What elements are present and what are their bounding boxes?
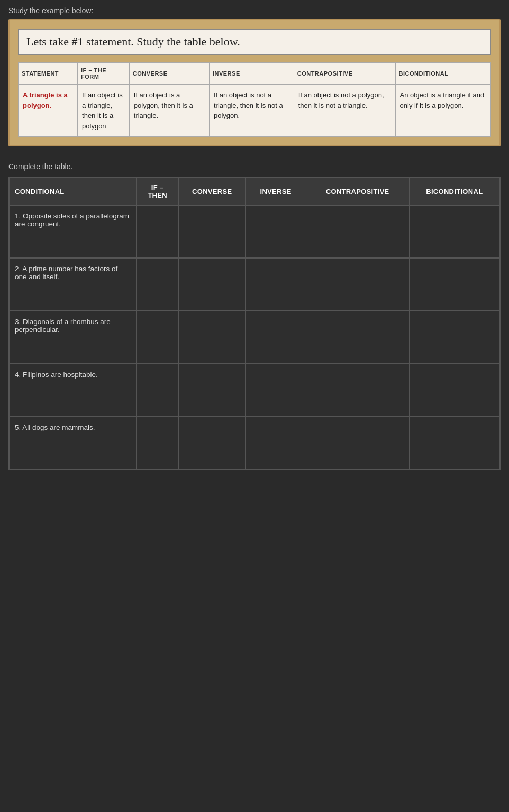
header-converse: CONVERSE (179, 178, 246, 205)
inverse-cell-3 (246, 311, 306, 364)
example-header-inverse: INVERSE (209, 63, 294, 85)
example-biconditional: An object is a triangle if and only if i… (395, 85, 490, 137)
header-contrapositive: CONTRAPOSITIVE (306, 178, 409, 205)
contrapositive-cell-4 (306, 364, 409, 417)
biconditional-cell-4 (409, 364, 500, 417)
inverse-cell-4 (246, 364, 306, 417)
converse-cell-4 (179, 364, 246, 417)
example-table: STATEMENT IF – THE FORM CONVERSE INVERSE… (18, 62, 491, 137)
table-row: 4. Filipinos are hospitable. (9, 364, 500, 417)
header-inverse: INVERSE (246, 178, 306, 205)
contrapositive-cell-5 (306, 417, 409, 469)
inverse-cell-1 (246, 205, 306, 258)
converse-cell-1 (179, 205, 246, 258)
converse-cell-3 (179, 311, 246, 364)
conditional-cell-4: 4. Filipinos are hospitable. (9, 364, 137, 417)
if-then-cell-5 (137, 417, 179, 469)
example-header-contrapositive: CONTRAPOSITIVE (294, 63, 395, 85)
complete-table: CONDITIONAL IF –THEN CONVERSE INVERSE CO… (8, 177, 501, 470)
inverse-cell-2 (246, 258, 306, 311)
if-then-cell-4 (137, 364, 179, 417)
study-section: Study the example below: Lets take #1 st… (0, 0, 509, 146)
inverse-cell-5 (246, 417, 306, 469)
conditional-cell-1: 1. Opposite sides of a parallelogram are… (9, 205, 137, 258)
header-biconditional: BICONDITIONAL (409, 178, 500, 205)
converse-cell-2 (179, 258, 246, 311)
if-then-cell-2 (137, 258, 179, 311)
example-title: Lets take #1 statement. Study the table … (18, 29, 491, 55)
biconditional-cell-2 (409, 258, 500, 311)
biconditional-cell-1 (409, 205, 500, 258)
example-header-statement: STATEMENT (19, 63, 78, 85)
example-header-biconditional: BICONDITIONAL (395, 63, 490, 85)
study-label: Study the example below: (8, 6, 501, 15)
conditional-cell-2: 2. A prime number has factors of one and… (9, 258, 137, 311)
example-contrapositive: If an object is not a polygon, then it i… (294, 85, 395, 137)
example-inverse: If an object is not a triangle, then it … (209, 85, 294, 137)
header-conditional: CONDITIONAL (9, 178, 137, 205)
example-statement: A triangle is a polygon. (19, 85, 78, 137)
biconditional-cell-3 (409, 311, 500, 364)
if-then-cell-3 (137, 311, 179, 364)
biconditional-cell-5 (409, 417, 500, 469)
conditional-cell-5: 5. All dogs are mammals. (9, 417, 137, 469)
table-row: 3. Diagonals of a rhombus are perpendicu… (9, 311, 500, 364)
complete-section: Complete the table. CONDITIONAL IF –THEN… (0, 146, 509, 478)
example-if-form: If an object is a triangle,then it is ap… (78, 85, 130, 137)
contrapositive-cell-3 (306, 311, 409, 364)
complete-label: Complete the table. (8, 162, 501, 171)
table-row: 1. Opposite sides of a parallelogram are… (9, 205, 500, 258)
converse-cell-5 (179, 417, 246, 469)
example-header-if-form: IF – THE FORM (78, 63, 130, 85)
example-header-converse: CONVERSE (129, 63, 209, 85)
conditional-cell-3: 3. Diagonals of a rhombus are perpendicu… (9, 311, 137, 364)
table-row: 5. All dogs are mammals. (9, 417, 500, 469)
example-converse: If an object is a polygon, then it is a … (129, 85, 209, 137)
example-box: Lets take #1 statement. Study the table … (8, 19, 501, 146)
contrapositive-cell-2 (306, 258, 409, 311)
header-if-then: IF –THEN (137, 178, 179, 205)
contrapositive-cell-1 (306, 205, 409, 258)
table-row: 2. A prime number has factors of one and… (9, 258, 500, 311)
if-then-cell-1 (137, 205, 179, 258)
